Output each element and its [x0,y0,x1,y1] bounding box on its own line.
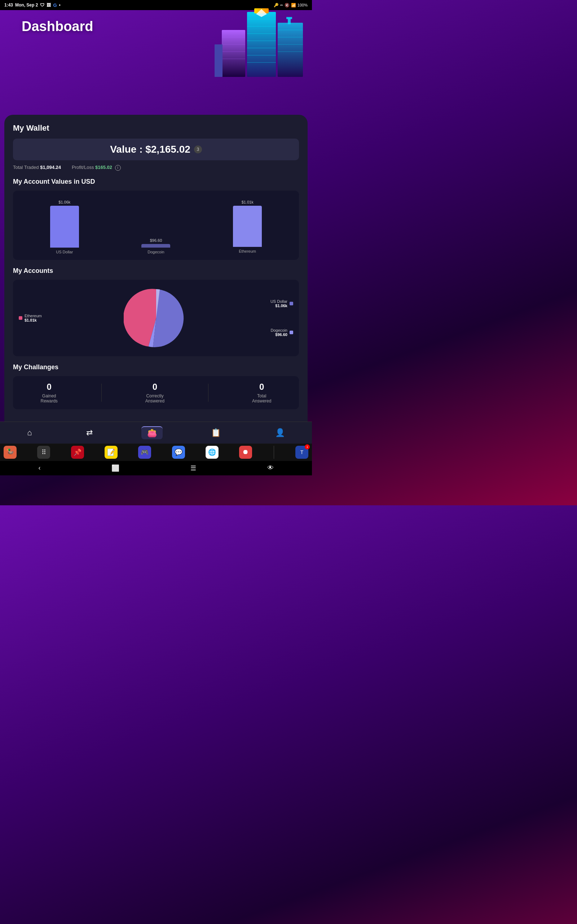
mute-icon: 🔇 [285,3,290,8]
home-button[interactable]: ⬜ [111,464,119,472]
total-answered-value: 0 [259,382,264,392]
wallet-badge: 3 [194,145,202,153]
challenge-gained-rewards: 0 GainedRewards [40,382,57,404]
battery-text: 100% [298,3,308,7]
city-illustration [214,8,308,81]
bar-item-dogecoin: $96.60 Dogecoin [141,200,170,254]
usdollar-legend-val: $1.06k [271,304,287,308]
app-dock: 🦆 ⠿ 📌 📝 🎮 💬 🌐 ⏺ T 1 [0,444,312,461]
bar-dogecoin [141,244,170,247]
back-button[interactable]: ‹ [38,464,40,472]
accounts-section: My Accounts Ethereum $1.01k [13,267,299,356]
home-icon: ⌂ [27,428,32,438]
info-icon[interactable]: i [115,165,121,171]
dock-chrome[interactable]: 🌐 [206,446,219,459]
bar-item-ethereum: $1.01k Ethereum [233,200,262,254]
dogecoin-legend-val: $96.60 [271,333,287,337]
wallet-icon: 👛 [147,428,157,438]
dock-divider [274,446,274,459]
value-box: Value : $2,165.02 3 [13,139,299,160]
gained-rewards-value: 0 [47,382,51,392]
bar-usdollar-name: US Dollar [56,250,73,254]
wallet-section: My Wallet Value : $2,165.02 3 Total Trad… [13,123,299,171]
dogecoin-legend-label: Dogecoin [271,328,287,333]
accounts-title: My Accounts [13,267,299,275]
photo-icon: 🖼 [47,3,51,8]
wallet-stats: Total Traded $1,094.24 Profit/Loss $165.… [13,165,299,171]
profit-loss-value: $165.02 [95,165,112,170]
bar-ethereum-name: Ethereum [239,249,256,254]
total-traded-label: Total Traded $1,094.24 [13,165,61,171]
transfer-icon: ⇄ [86,428,93,438]
bar-dogecoin-label: $96.60 [150,238,162,242]
challenges-card: 0 GainedRewards 0 CorrectlyAnswered 0 To… [13,376,299,409]
dock-tally[interactable]: T 1 [295,446,308,459]
challenge-total-answered: 0 TotalAnswered [252,382,271,404]
profile-icon: 👤 [275,428,285,438]
pie-container: Ethereum $1.01k [13,280,299,356]
total-traded-value: $1,094.24 [40,165,61,170]
divider-2 [208,384,208,402]
ethereum-dot [19,316,23,320]
dogecoin-dot [290,331,293,334]
dock-pinterest[interactable]: 📌 [71,446,84,459]
svg-rect-14 [278,23,303,77]
challenge-correctly-answered: 0 CorrectlyAnswered [145,382,164,404]
legend-usdollar: US Dollar $1.06k [271,299,293,308]
recents-button[interactable]: ☰ [190,464,196,472]
ethereum-legend-val: $1.01k [24,318,42,322]
shield-icon: 🛡 [40,3,44,8]
legend-ethereum: Ethereum $1.01k [19,313,42,322]
ethereum-legend-label: Ethereum [24,313,42,318]
edit-icon: ✏ [280,3,283,7]
nav-wallet[interactable]: 👛 [141,426,163,439]
wallet-value: Value : $2,165.02 [110,144,190,155]
usdollar-legend-label: US Dollar [271,299,287,304]
svg-rect-0 [247,12,276,77]
nav-transfer[interactable]: ⇄ [81,426,98,439]
nav-tasks[interactable]: 📋 [205,426,226,439]
challenges-section: My Challanges 0 GainedRewards 0 Correctl… [13,363,299,409]
date: Mon, Sep 2 [15,3,38,8]
correctly-answered-label: CorrectlyAnswered [145,393,164,404]
legend-dogecoin: Dogecoin $96.60 [271,328,293,337]
fingerprint-button[interactable]: 👁 [267,464,274,472]
svg-rect-20 [286,17,292,19]
wallet-title: My Wallet [13,123,299,133]
status-left: 1:43 Mon, Sep 2 🛡 🖼 G • [4,3,61,8]
total-answered-label: TotalAnswered [252,393,271,404]
pie-chart [124,286,189,351]
status-right: 🔑 ✏ 🔇 📶 100% [274,3,308,8]
bar-chart-container: $1.06k US Dollar $96.60 Dogecoin $1.01k … [13,191,299,260]
dock-notes[interactable]: 📝 [105,446,118,459]
correctly-answered-value: 0 [153,382,157,392]
dock-duckduckgo[interactable]: 🦆 [3,446,16,459]
tasks-icon: 📋 [211,428,221,438]
pie-legend-left: Ethereum $1.01k [19,313,42,322]
dock-grid[interactable]: ⠿ [37,446,50,459]
dot-icon: • [59,3,61,8]
nav-profile[interactable]: 👤 [269,426,291,439]
page-header: Dashboard [0,10,312,68]
usdollar-dot [290,302,293,305]
bar-chart: $1.06k US Dollar $96.60 Dogecoin $1.01k … [19,196,293,254]
svg-rect-19 [288,18,291,24]
bar-ethereum-label: $1.01k [242,200,253,204]
pie-svg-wrap [42,286,271,351]
g-icon: G [53,3,56,8]
account-values-title: My Account Values in USD [13,178,299,186]
bar-usdollar [50,206,79,247]
key-icon: 🔑 [274,3,279,8]
nav-home[interactable]: ⌂ [21,426,37,439]
profit-loss-label: Profit/Loss $165.02 i [72,165,121,171]
bar-dogecoin-name: Dogecoin [148,250,164,254]
dock-2048[interactable]: 🎮 [138,446,151,459]
main-card: My Wallet Value : $2,165.02 3 Total Trad… [4,115,308,422]
dock-signal[interactable]: 💬 [172,446,185,459]
bar-item-usdollar: $1.06k US Dollar [50,200,79,254]
bar-ethereum [233,206,262,247]
bottom-nav: ⌂ ⇄ 👛 📋 👤 [0,422,312,444]
gained-rewards-label: GainedRewards [40,393,57,404]
dock-screen-record[interactable]: ⏺ [239,446,252,459]
pie-legend-right: US Dollar $1.06k Dogecoin $96.60 [271,299,293,337]
